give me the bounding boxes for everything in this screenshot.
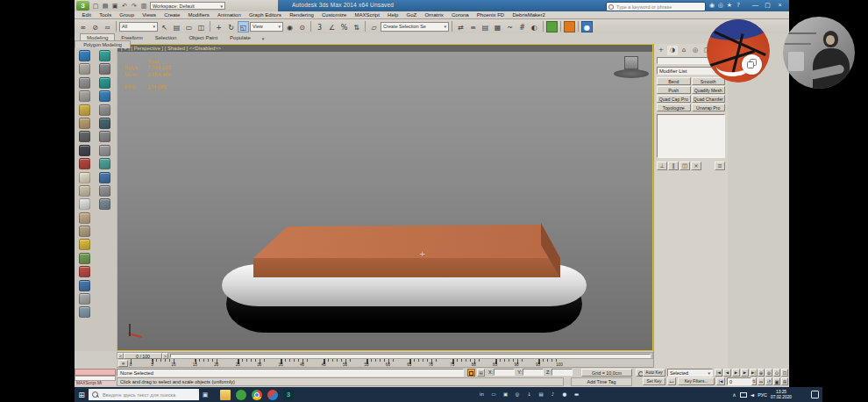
ribbon-panel-polygon-modeling[interactable]: Polygon Modeling xyxy=(75,40,131,48)
menu-maxscript[interactable]: MAXScript xyxy=(351,12,384,18)
taskbar-pinned-icon[interactable]: ▬ xyxy=(573,391,580,398)
dock-tool-icon[interactable] xyxy=(99,50,110,61)
set-key-button[interactable]: Set Key xyxy=(643,377,665,385)
file-explorer-icon[interactable] xyxy=(220,390,231,400)
named-selection-sets-dropdown[interactable]: Create Selection Se▾ xyxy=(381,22,449,32)
model-clay-slab-top[interactable] xyxy=(249,220,563,260)
menu-ornatrix[interactable]: Ornatrix xyxy=(421,12,448,18)
selection-filter-dropdown[interactable]: All▾ xyxy=(119,22,158,32)
call-participant-avatar[interactable] xyxy=(707,19,770,83)
model-clay-slab-front[interactable] xyxy=(253,258,560,277)
dock-tool-icon[interactable] xyxy=(79,306,90,318)
dock-tool-icon[interactable] xyxy=(99,104,110,116)
task-view-icon[interactable]: ▣ xyxy=(199,391,211,398)
sign-in-icon[interactable]: ◎ xyxy=(716,0,725,11)
workspace-dropdown[interactable]: Workspace: Default▾ xyxy=(150,2,225,10)
project-folder-icon[interactable]: ▥ xyxy=(139,2,148,11)
notification-center-icon[interactable] xyxy=(811,391,819,398)
dock-tool-icon[interactable] xyxy=(79,253,90,264)
ornatrix-toolbar-icon[interactable] xyxy=(546,21,558,32)
modifier-button-quad-chamfer[interactable]: Quad Chamfer xyxy=(692,95,726,103)
menu-create[interactable]: Create xyxy=(160,12,184,18)
ribbon-tab-populate[interactable]: Populate xyxy=(224,34,257,41)
menu-phoenix-fd[interactable]: Phoenix FD xyxy=(473,12,509,18)
pin-stack-icon[interactable]: ⊥ xyxy=(657,162,667,170)
go-to-start-button[interactable]: |◀ xyxy=(715,369,722,377)
mirror-icon[interactable]: ⇄ xyxy=(455,21,466,32)
dock-tool-icon[interactable] xyxy=(79,145,90,156)
dock-tool-icon[interactable] xyxy=(99,90,110,102)
sphere-app-icon[interactable] xyxy=(267,390,278,400)
dock-tool-icon[interactable] xyxy=(79,239,90,250)
dock-tool-icon[interactable] xyxy=(79,293,90,305)
pan-icon[interactable]: ⇔ xyxy=(758,377,765,385)
dock-tool-icon[interactable] xyxy=(79,226,90,237)
select-and-rotate-icon[interactable]: ↻ xyxy=(225,21,237,32)
dock-tool-icon[interactable] xyxy=(79,77,90,89)
motion-tab-icon[interactable]: ◎ xyxy=(690,46,701,55)
track-bar[interactable]: ≡ 05101520253035404550556065707580859095… xyxy=(117,359,653,368)
open-file-icon[interactable]: ▤ xyxy=(101,2,110,11)
taskbar-search-input[interactable] xyxy=(101,391,192,398)
taskbar-pinned-icon[interactable]: in xyxy=(478,391,486,398)
dock-tool-icon[interactable] xyxy=(79,185,90,197)
modifier-button-push[interactable]: Push xyxy=(657,86,691,94)
zoom-extents-icon[interactable]: ⊙ xyxy=(773,369,780,377)
select-and-scale-icon[interactable]: ◱ xyxy=(238,21,249,32)
modifier-button-unwrap-pro[interactable]: Unwrap Pro xyxy=(692,104,726,111)
close-button[interactable]: × xyxy=(774,1,786,10)
language-indicator[interactable]: РУС xyxy=(758,392,767,398)
menu-corona[interactable]: Corona xyxy=(447,12,473,18)
dock-tool-icon[interactable] xyxy=(79,63,90,75)
key-selection-dropdown[interactable]: Selected ▾ xyxy=(667,369,713,377)
key-mode-icon[interactable]: ⊷ xyxy=(667,377,676,385)
menu-debrismaker2[interactable]: DebrisMaker2 xyxy=(509,12,550,18)
menu-group[interactable]: Group xyxy=(116,12,139,18)
ribbon-tab-selection[interactable]: Selection xyxy=(149,34,183,41)
perspective-viewport[interactable]: [ + ] [ Perspective ] [ Shaded ] <<Disab… xyxy=(117,44,653,351)
zoom-all-icon[interactable]: ⊚ xyxy=(765,369,772,377)
auto-key-button[interactable]: Auto Key xyxy=(643,369,665,377)
window-crossing-icon[interactable]: ◫ xyxy=(196,21,207,32)
dock-tool-icon[interactable] xyxy=(79,118,90,129)
edit-named-selection-sets-icon[interactable]: ▱ xyxy=(368,21,380,32)
menu-graph-editors[interactable]: Graph Editors xyxy=(245,12,285,18)
use-pivot-point-icon[interactable]: ◉ xyxy=(284,21,295,32)
x-coordinate-field[interactable] xyxy=(494,369,515,376)
undo-icon[interactable]: ↶ xyxy=(120,2,129,11)
taskbar-clock[interactable]: 13:25 07.02.2020 xyxy=(771,390,792,399)
play-button[interactable]: ▶ xyxy=(732,369,740,377)
start-button[interactable]: ⊞ xyxy=(75,391,89,399)
reference-coordinate-dropdown[interactable]: View▾ xyxy=(250,22,283,32)
webcam-feed[interactable] xyxy=(783,17,855,89)
dock-tool-icon[interactable] xyxy=(79,158,90,169)
dock-tool-icon[interactable] xyxy=(99,118,110,129)
minimize-button[interactable]: — xyxy=(750,1,761,10)
communication-center-icon[interactable]: ◉ xyxy=(708,0,716,11)
menu-edit[interactable]: Edit xyxy=(78,12,96,18)
tray-expand-icon[interactable]: ∧ xyxy=(732,391,736,398)
dock-tool-icon[interactable] xyxy=(99,63,110,75)
spinner-snap-icon[interactable]: ⇅ xyxy=(351,21,362,32)
zoom-region-icon[interactable]: ⊡ xyxy=(781,369,788,377)
menu-customize[interactable]: Customize xyxy=(317,12,351,18)
viewport-label[interactable]: [ + ] [ Perspective ] [ Shaded ] <<Disab… xyxy=(121,46,221,51)
go-to-end-button[interactable]: ▶| xyxy=(750,369,758,377)
show-end-result-icon[interactable]: ∥ xyxy=(668,162,679,170)
configure-modifier-sets-icon[interactable]: ≡ xyxy=(715,162,725,170)
frame-spinner[interactable]: ⇅ xyxy=(751,377,757,385)
make-unique-icon[interactable]: ◫ xyxy=(679,162,690,170)
application-menu-button[interactable]: 3 xyxy=(76,1,89,11)
select-and-manipulate-icon[interactable]: ⊙ xyxy=(296,21,308,32)
next-frame-button[interactable]: ▶ xyxy=(741,369,749,377)
ribbon-overflow-icon[interactable]: ▾ xyxy=(257,36,270,41)
dock-tool-icon[interactable] xyxy=(99,77,110,89)
restore-button[interactable]: ▢ xyxy=(762,1,773,10)
network-icon[interactable] xyxy=(740,392,747,398)
menu-help[interactable]: Help xyxy=(383,12,402,18)
previous-frame-arrow[interactable]: < xyxy=(117,353,124,359)
remove-modifier-icon[interactable]: × xyxy=(691,162,701,170)
modify-tab-icon[interactable]: ◑ xyxy=(667,46,678,55)
taskbar-pinned-icon[interactable]: ♪ xyxy=(549,391,557,398)
unlink-selection-icon[interactable]: ⊘ xyxy=(89,21,101,32)
